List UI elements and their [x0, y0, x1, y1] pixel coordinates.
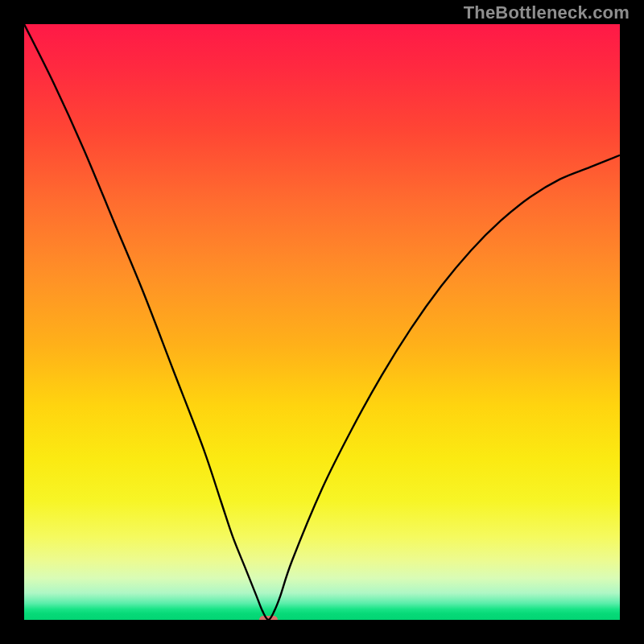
chart-frame: TheBottleneck.com — [0, 0, 644, 644]
bottleneck-curve — [24, 24, 620, 620]
plot-area — [24, 24, 620, 620]
watermark-text: TheBottleneck.com — [464, 2, 630, 23]
